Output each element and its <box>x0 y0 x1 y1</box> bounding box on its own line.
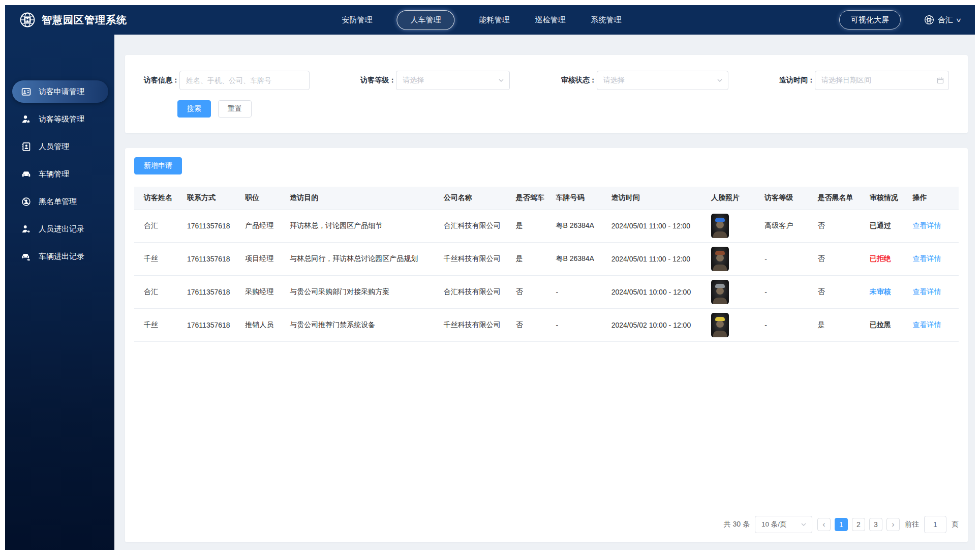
column-header: 人脸照片 <box>701 187 755 209</box>
big-screen-button[interactable]: 可视化大屏 <box>839 10 901 30</box>
column-header: 是否黑名单 <box>808 187 860 209</box>
sidebar-item-label: 人员进出记录 <box>39 224 84 234</box>
sidebar-item[interactable]: 人员管理 <box>12 135 108 158</box>
cell-status: 已拉黑 <box>860 308 903 341</box>
sidebar-item[interactable]: 车辆进出记录 <box>12 245 108 268</box>
sidebar-item-label: 车辆管理 <box>39 169 69 179</box>
filter-row: 访客信息： 访客等级： 请选择 审核状态： 请选择 <box>144 71 949 90</box>
visitor-level-select[interactable]: 请选择 <box>396 71 510 90</box>
cell-company: 合汇科技有限公司 <box>434 275 506 308</box>
cell-name: 合汇 <box>134 275 177 308</box>
view-details-link[interactable]: 查看详情 <box>913 254 941 263</box>
pagination: 共 30 条 10 条/页 ‹123› 前往 页 <box>724 516 959 533</box>
column-header: 公司名称 <box>434 187 506 209</box>
nav-tab-1[interactable]: 安防管理 <box>341 11 373 30</box>
column-header: 访客姓名 <box>134 187 177 209</box>
cell-phone: 17611357618 <box>177 308 235 341</box>
cell-phone: 17611357618 <box>177 275 235 308</box>
sidebar-item-label: 车辆进出记录 <box>39 252 84 261</box>
sidebar-item[interactable]: 车辆管理 <box>12 163 108 185</box>
cell-name: 合汇 <box>134 209 177 242</box>
top-nav: 安防管理人车管理能耗管理巡检管理系统管理 <box>341 5 622 35</box>
reset-button[interactable]: 重置 <box>218 100 252 118</box>
table-card: 新增申请 访客姓名联系方式职位造访目的公司名称是否驾车车牌号码造访时间人脸照片访… <box>125 148 968 542</box>
sidebar-item[interactable]: 访客申请管理 <box>12 80 108 103</box>
visitor-apply-icon <box>21 87 31 97</box>
review-status-placeholder: 请选择 <box>603 76 625 85</box>
sidebar-item[interactable]: 人员进出记录 <box>12 218 108 240</box>
cell-photo <box>701 275 755 308</box>
pagination-page-1[interactable]: 1 <box>835 518 848 531</box>
face-photo <box>711 214 729 238</box>
column-header: 车牌号码 <box>546 187 601 209</box>
review-status-label: 审核状态： <box>561 76 597 85</box>
filter-visitor-level: 访客等级： 请选择 <box>360 71 510 90</box>
add-application-button[interactable]: 新增申请 <box>134 157 182 174</box>
cell-time: 2024/05/01 10:00 - 12:00 <box>602 275 701 308</box>
visit-time-range-picker[interactable]: 请选择日期区间 <box>815 71 949 90</box>
review-status-text: 已通过 <box>870 221 891 229</box>
page-size-select[interactable]: 10 条/页 <box>755 516 812 533</box>
cell-blacklist: 否 <box>808 242 860 275</box>
blacklist-icon <box>21 197 31 207</box>
visitor-level-placeholder: 请选择 <box>403 76 424 85</box>
cell-blacklist: 否 <box>808 209 860 242</box>
cell-action: 查看详情 <box>903 275 959 308</box>
review-status-select[interactable]: 请选择 <box>597 71 728 90</box>
sidebar-item[interactable]: 访客等级管理 <box>12 108 108 130</box>
cell-name: 千丝 <box>134 308 177 341</box>
nav-tab-5[interactable]: 系统管理 <box>590 11 622 30</box>
cell-blacklist: 是 <box>808 308 860 341</box>
cell-status: 已通过 <box>860 209 903 242</box>
view-details-link[interactable]: 查看详情 <box>913 320 941 329</box>
view-details-link[interactable]: 查看详情 <box>913 221 941 229</box>
cell-purpose: 与贵公司推荐门禁系统设备 <box>280 308 434 341</box>
review-status-text: 已拉黑 <box>870 320 891 329</box>
cell-level: 高级客户 <box>755 209 808 242</box>
cell-level: - <box>755 308 808 341</box>
face-photo <box>711 280 729 304</box>
sidebar-item-label: 访客申请管理 <box>39 87 84 97</box>
filter-visit-time: 造访时间： 请选择日期区间 <box>779 71 949 90</box>
table-row: 千丝17611357618推销人员与贵公司推荐门禁系统设备千丝科技有限公司否-2… <box>134 308 959 341</box>
cell-plate: 粤B 26384A <box>546 242 601 275</box>
cell-position: 推销人员 <box>235 308 280 341</box>
cell-plate: - <box>546 275 601 308</box>
calendar-icon <box>937 77 944 84</box>
chevron-down-icon <box>716 77 723 84</box>
cell-action: 查看详情 <box>903 308 959 341</box>
goto-page-input[interactable] <box>924 516 946 533</box>
cell-phone: 17611357618 <box>177 242 235 275</box>
nav-tab-2[interactable]: 人车管理 <box>396 10 454 30</box>
column-header: 联系方式 <box>177 187 235 209</box>
cell-purpose: 与林总同行，拜访林总讨论园区产品规划 <box>280 242 434 275</box>
cell-level: - <box>755 275 808 308</box>
nav-tab-3[interactable]: 能耗管理 <box>478 11 510 30</box>
sidebar-item[interactable]: 黑名单管理 <box>12 190 108 213</box>
person-record-icon <box>21 224 31 234</box>
goto-label: 前往 <box>905 520 919 529</box>
pagination-prev-button[interactable]: ‹ <box>817 518 831 531</box>
user-menu[interactable]: 合汇 ∨ <box>924 15 961 25</box>
vehicle-icon <box>21 169 31 179</box>
nav-tab-4[interactable]: 巡检管理 <box>534 11 566 30</box>
table-row: 合汇17611357618产品经理拜访林总，讨论园区产品细节合汇科技有限公司是粤… <box>134 209 959 242</box>
cell-photo <box>701 308 755 341</box>
cell-status: 已拒绝 <box>860 242 903 275</box>
view-details-link[interactable]: 查看详情 <box>913 287 941 296</box>
chevron-down-icon: ∨ <box>956 17 962 23</box>
table-row: 合汇17611357618采购经理与贵公司采购部门对接采购方案合汇科技有限公司否… <box>134 275 959 308</box>
face-photo <box>711 247 729 271</box>
pagination-page-3[interactable]: 3 <box>869 518 882 531</box>
vehicle-record-icon <box>21 252 31 261</box>
filter-card: 访客信息： 访客等级： 请选择 审核状态： 请选择 <box>125 55 968 133</box>
column-header: 造访目的 <box>280 187 434 209</box>
search-button[interactable]: 搜索 <box>177 100 211 118</box>
visitor-info-input[interactable] <box>179 71 310 90</box>
visitor-level-label: 访客等级： <box>360 76 396 85</box>
pagination-next-button[interactable]: › <box>886 518 900 531</box>
pagination-page-2[interactable]: 2 <box>852 518 865 531</box>
review-status-text: 已拒绝 <box>870 254 891 263</box>
page-unit-label: 页 <box>952 520 959 529</box>
review-status-text: 未审核 <box>870 287 891 296</box>
